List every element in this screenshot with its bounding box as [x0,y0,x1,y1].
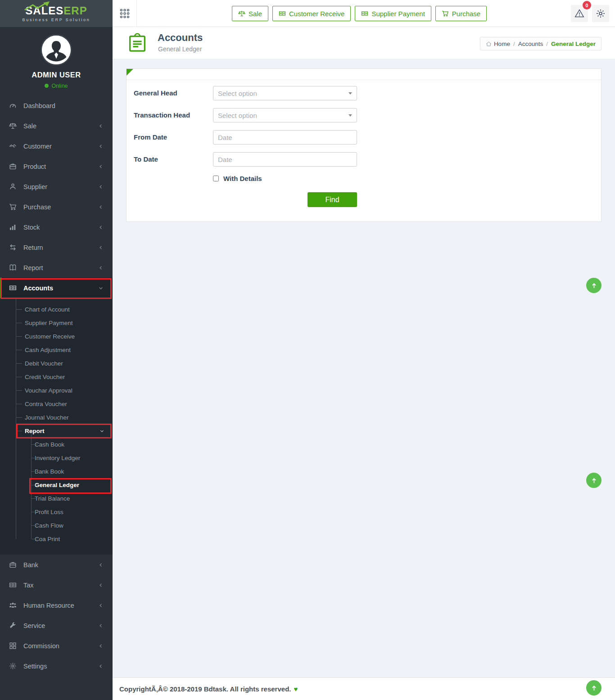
page-title: Accounts [158,32,203,44]
chevron-left-icon [98,225,104,230]
sidebar: SALESERP Business ERP Solution ADMIN USE… [0,0,113,700]
submenu-item-bank-book[interactable]: Bank Book [0,465,113,478]
page-subtitle: General Ledger [158,45,202,53]
scroll-to-top-button[interactable] [586,278,601,293]
sidebar-item-commission[interactable]: Commission [0,636,113,656]
money-icon [279,10,286,17]
apps-grid-button[interactable] [113,0,137,27]
breadcrumb-separator: / [513,41,515,47]
to-date-input[interactable] [213,152,357,167]
submenu-item-cash-book[interactable]: Cash Book [0,438,113,451]
sidebar-item-customer[interactable]: Customer [0,136,113,156]
chevron-down-icon [98,285,104,291]
scroll-to-top-button[interactable] [586,473,601,488]
submenu-item-debit-voucher[interactable]: Debit Voucher [0,357,113,370]
sidebar-item-tax[interactable]: Tax [0,575,113,595]
submenu-item-trial-balance[interactable]: Trial Balance [0,492,113,505]
scroll-to-top-button[interactable] [586,680,601,695]
money-icon [9,581,17,589]
sidebar-item-human-resource[interactable]: Human Resource [0,595,113,615]
quick-action-buttons: Sale Customer Receive Supplier Payment P… [232,6,487,21]
copyright-text: CopyrightÃ‚Â© 2018-2019 Bdtask. All righ… [119,685,291,693]
avatar [41,34,72,66]
submenu-item-report[interactable]: Report [0,424,113,438]
sidebar-nav: Dashboard Sale Customer Product Supplier… [0,95,113,676]
breadcrumb-home[interactable]: Home [486,41,510,47]
from-date-input[interactable] [213,130,357,145]
breadcrumb-current: General Ledger [551,41,596,47]
sidebar-item-bank[interactable]: Bank [0,555,113,575]
sidebar-item-purchase[interactable]: Purchase [0,197,113,217]
with-details-checkbox[interactable] [213,176,219,181]
accounts-submenu: Chart of Account Supplier Payment Custom… [0,298,113,555]
arrow-up-icon [590,684,598,692]
book-icon [9,264,17,271]
bar-chart-icon [9,223,17,231]
submenu-item-chart-of-account[interactable]: Chart of Account [0,303,113,316]
submenu-item-supplier-payment[interactable]: Supplier Payment [0,316,113,330]
chevron-left-icon [98,643,104,649]
online-dot-icon [45,84,49,88]
sidebar-item-product[interactable]: Product [0,156,113,176]
submenu-item-cash-flow[interactable]: Cash Flow [0,519,113,532]
submenu-item-contra-voucher[interactable]: Contra Voucher [0,397,113,411]
gear-icon [9,662,17,670]
from-date-label: From Date [134,130,213,145]
breadcrumb-accounts[interactable]: Accounts [518,41,543,47]
submenu-item-customer-receive[interactable]: Customer Receive [0,330,113,343]
breadcrumb: Home / Accounts / General Ledger [480,37,601,50]
main-content: General Head Select option Transaction H… [113,59,615,677]
sidebar-item-sale[interactable]: Sale [0,116,113,136]
chevron-left-icon [98,623,104,628]
chevron-down-icon [99,429,104,434]
chevron-left-icon [98,164,104,169]
supplier-payment-button[interactable]: Supplier Payment [355,6,431,21]
submenu-item-credit-voucher[interactable]: Credit Voucher [0,370,113,384]
customer-receive-button[interactable]: Customer Receive [272,6,351,21]
home-icon [486,41,492,47]
purchase-button[interactable]: Purchase [435,6,487,21]
submenu-item-inventory-ledger[interactable]: Inventory Ledger [0,451,113,465]
top-right-icons: 0 [571,5,609,22]
chevron-left-icon [98,204,104,210]
top-bar: Sale Customer Receive Supplier Payment P… [113,0,615,27]
sidebar-item-stock[interactable]: Stock [0,217,113,237]
transaction-head-label: Transaction Head [134,108,213,122]
arrow-up-icon [590,282,598,289]
briefcase-icon [9,163,17,170]
sidebar-item-return[interactable]: Return [0,237,113,257]
sidebar-item-service[interactable]: Service [0,615,113,636]
submenu-item-general-ledger[interactable]: General Ledger [0,478,113,492]
general-head-label: General Head [134,86,213,100]
cart-icon [9,203,17,211]
chevron-left-icon [98,245,104,250]
settings-button[interactable] [592,5,609,22]
gear-icon [596,9,606,18]
transaction-head-select[interactable]: Select option [213,108,357,122]
sidebar-item-accounts[interactable]: Accounts [0,278,113,298]
sidebar-item-supplier[interactable]: Supplier [0,176,113,197]
sidebar-item-settings[interactable]: Settings [0,656,113,676]
find-button[interactable]: Find [308,192,357,207]
filter-form: General Head Select option Transaction H… [127,80,601,213]
submenu-item-cash-adjustment[interactable]: Cash Adjustment [0,343,113,357]
footer: CopyrightÃ‚Â© 2018-2019 Bdtask. All righ… [113,677,615,700]
card-header [127,69,601,80]
sale-button[interactable]: Sale [232,6,268,21]
chevron-left-icon [98,184,104,190]
sidebar-item-report[interactable]: Report [0,257,113,278]
alerts-button[interactable]: 0 [571,5,588,22]
scale-icon [238,10,245,17]
submenu-item-profit-loss[interactable]: Profit Loss [0,505,113,519]
general-head-select[interactable]: Select option [213,86,357,100]
submenu-item-coa-print[interactable]: Coa Print [0,532,113,546]
chevron-left-icon [98,265,104,271]
with-details-label[interactable]: With Details [223,175,262,182]
submenu-item-vouchar-approval[interactable]: Vouchar Approval [0,384,113,397]
submenu-item-journal-voucher[interactable]: Journal Voucher [0,411,113,424]
sidebar-item-dashboard[interactable]: Dashboard [0,95,113,116]
scale-icon [9,122,17,130]
wrench-icon [9,622,17,629]
heart-icon: ♥ [294,685,298,693]
chevron-left-icon [98,144,104,149]
